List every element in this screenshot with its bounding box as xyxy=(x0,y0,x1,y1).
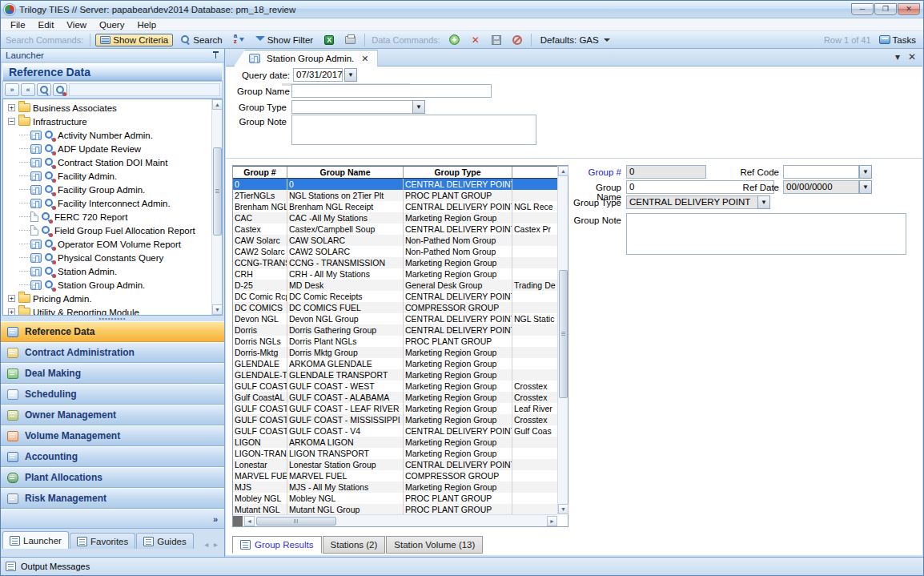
grid-row-0[interactable]: 00CENTRAL DELIVERY POINT xyxy=(233,179,557,190)
tree-item-activity-number-admin[interactable]: Activity Number Admin. xyxy=(3,128,211,142)
save-button[interactable] xyxy=(488,34,505,46)
grid-row-mjs[interactable]: MJSMJS - All My StationsMarketing Region… xyxy=(233,481,557,493)
tree-item-business-associates[interactable]: +Business Associates xyxy=(3,101,211,115)
accordion-scheduling[interactable]: Scheduling xyxy=(1,384,224,405)
grid-row-dc-comic-rcp[interactable]: DC Comic RcpDC Comic ReceiptsCENTRAL DEL… xyxy=(233,291,557,302)
tree-item-operator-eom-volume-report[interactable]: Operator EOM Volume Report xyxy=(3,237,211,251)
tab-guides[interactable]: Guides xyxy=(136,533,193,549)
grid-row-gulf-coast[interactable]: GULF COASTGULF COAST - WESTMarketing Reg… xyxy=(233,381,557,392)
tab-launcher[interactable]: Launcher xyxy=(2,531,69,549)
export-excel-button[interactable]: X xyxy=(320,34,338,46)
pin-icon[interactable] xyxy=(212,50,219,60)
grid-row-ligon-tran[interactable]: LIGON-TRANLIGON TRANSPORTMarketing Regio… xyxy=(233,448,557,459)
expand-icon[interactable]: + xyxy=(8,104,15,111)
cancel-button[interactable] xyxy=(508,34,526,46)
sort-button[interactable] xyxy=(230,34,248,46)
tree-item-physical-constants-query[interactable]: Physical Constants Query xyxy=(3,251,211,264)
expand-all-button[interactable]: » xyxy=(5,83,19,96)
group-type-select[interactable] xyxy=(291,100,413,114)
grid-row-brenham-ngl[interactable]: Brenham NGLBrenham NGL ReceiptCENTRAL DE… xyxy=(233,201,557,212)
accordion-reference-data[interactable]: Reference Data xyxy=(1,321,224,342)
grid-row-mobley-ngl[interactable]: Mobley NGLMobley NGLPROC PLANT GROUP xyxy=(233,493,557,504)
show-filter-button[interactable]: Show Filter xyxy=(251,34,318,46)
tree-item-adf-update-review[interactable]: ADF Update Review xyxy=(3,142,211,155)
grid-row-dc-comics[interactable]: DC COMICSDC COMICS FUELCOMPRESSOR GROUP xyxy=(233,302,557,313)
restore-button[interactable]: ❐ xyxy=(874,3,897,15)
grid-row-gulf-coastal[interactable]: Gulf CoastALGULF COAST - ALABAMAMarketin… xyxy=(233,392,557,403)
overflow-chevron-button[interactable]: » xyxy=(213,514,218,524)
tree-item-station-admin[interactable]: Station Admin. xyxy=(3,264,211,278)
grid-row-marvel-fuel[interactable]: MARVEL FUELMARVEL FUELCOMPRESSOR GROUP xyxy=(233,470,557,481)
menu-query[interactable]: Query xyxy=(93,19,131,30)
tree-item-ferc-720-report[interactable]: FERC 720 Report xyxy=(3,210,211,224)
tree-item-infrastructure[interactable]: −Infrastructure xyxy=(3,115,211,128)
menu-view[interactable]: View xyxy=(60,19,93,30)
grid-row-devon-ngl[interactable]: Devon NGLDevon NGL GroupCENTRAL DELIVERY… xyxy=(233,313,557,324)
grid-column-header-group-type[interactable]: Group Type xyxy=(404,167,512,178)
accordion-plant-allocations[interactable]: Plant Allocations xyxy=(1,467,224,488)
grid-column-header-group[interactable]: Group # xyxy=(233,167,287,178)
grid-row-gulf-coastl[interactable]: GULF COASTLGULF COAST - LEAF RIVERMarket… xyxy=(233,403,557,414)
tree-item-field-group-fuel-allocation-report[interactable]: Field Group Fuel Allocation Report xyxy=(3,224,211,237)
grid-row-mutant-ngl[interactable]: Mutant NGLMutant NGL GroupPROC PLANT GRO… xyxy=(233,504,557,514)
show-criteria-button[interactable]: Show Criteria xyxy=(95,34,173,46)
grid-row-2tierngls[interactable]: 2TierNGLsNGL Stations on 2Tier PltPROC P… xyxy=(233,190,557,201)
accordion-risk-management[interactable]: Risk Management xyxy=(1,488,224,509)
grid-row-glendale[interactable]: GLENDALEARKOMA GLENDALEMarketing Region … xyxy=(233,358,557,369)
scroll-thumb[interactable] xyxy=(213,147,222,236)
print-button[interactable] xyxy=(341,35,360,45)
tab-group-results[interactable]: Group Results xyxy=(232,536,322,554)
grid-column-header-group-name[interactable]: Group Name xyxy=(287,167,404,178)
grid-row-d-25[interactable]: D-25MD DeskGeneral Desk GroupTrading De xyxy=(233,280,557,291)
grid-row-dorris-mktg[interactable]: Dorris-MktgDorris Mktg GroupMarketing Re… xyxy=(233,347,557,358)
grid-row-gulf-coastv[interactable]: GULF COASTVGULF COAST - V4CENTRAL DELIVE… xyxy=(233,425,557,437)
accordion-accounting[interactable]: Accounting xyxy=(1,446,224,467)
tab-close-icon[interactable]: ✕ xyxy=(361,54,368,64)
close-button[interactable]: ✕ xyxy=(898,3,920,15)
accordion-owner-management[interactable]: Owner Management xyxy=(1,405,224,425)
tab-station-group-admin[interactable]: Station Group Admin. ✕ xyxy=(234,50,378,66)
menu-file[interactable]: File xyxy=(4,19,32,30)
menu-edit[interactable]: Edit xyxy=(32,19,61,30)
grid-row-caw-solarc[interactable]: CAW SolarcCAW SOLARCNon-Pathed Nom Group xyxy=(233,235,557,246)
accordion-contract-administration[interactable]: Contract Administration xyxy=(1,342,224,363)
output-messages-label[interactable]: Output Messages xyxy=(21,562,90,571)
scroll-down-button[interactable]: ▼ xyxy=(212,304,223,315)
grid-row-dorris[interactable]: DorrisDorris Gathering GroupCENTRAL DELI… xyxy=(233,324,557,336)
collapse-icon[interactable]: − xyxy=(8,118,15,125)
detail-group-type-dropdown-button[interactable]: ▼ xyxy=(757,195,770,209)
defaults-dropdown[interactable]: Defaults: GAS xyxy=(536,34,614,46)
expand-icon[interactable]: + xyxy=(8,295,15,302)
tree-item-station-group-admin[interactable]: Station Group Admin. xyxy=(3,278,211,292)
scroll-left-button[interactable]: ◄ xyxy=(244,516,255,526)
grid-row-lonestar[interactable]: LonestarLonestar Station GroupCENTRAL DE… xyxy=(233,459,557,470)
tab-strip-close-icon[interactable]: ✕ xyxy=(908,51,916,62)
grid-vertical-scrollbar[interactable]: ▲ ▼ xyxy=(557,166,568,514)
tab-list-dropdown-icon[interactable]: ▾ xyxy=(895,51,900,62)
grid-row-glendale-tr[interactable]: GLENDALE-TRGLENDALE TRANSPORTMarketing R… xyxy=(233,369,557,381)
tree-item-facility-interconnect-admin[interactable]: Facility Interconnect Admin. xyxy=(3,196,211,210)
delete-row-button[interactable]: ✕ xyxy=(467,34,484,46)
scroll-down-button[interactable]: ▼ xyxy=(558,504,568,514)
tasks-button[interactable]: Tasks xyxy=(875,34,920,46)
scroll-thumb[interactable] xyxy=(559,270,568,398)
tab-stations-2[interactable]: Stations (2) xyxy=(323,536,386,554)
search-button[interactable]: Search xyxy=(176,34,226,46)
menu-help[interactable]: Help xyxy=(131,19,163,30)
detail-group-type-select[interactable]: CENTRAL DELIVERY POINT xyxy=(626,195,758,209)
grid-row-caw2-solarc[interactable]: CAW2 SolarcCAW2 SOLARCNon-Pathed Nom Gro… xyxy=(233,246,557,257)
panel-splitter[interactable]: ••••••••• xyxy=(1,316,224,321)
grid-row-gulf-coastn[interactable]: GULF COASTNGULF COAST - MISSISSIPPIMarke… xyxy=(233,414,557,425)
tab-favorites[interactable]: Favorites xyxy=(70,533,135,549)
grid-row-crh[interactable]: CRHCRH - All My StationsMarketing Region… xyxy=(233,268,557,280)
tree-item-contract-station-doi-maint[interactable]: Contract Station DOI Maint xyxy=(3,155,211,169)
find-clear-button[interactable] xyxy=(53,83,67,96)
tree-item-pricing-admin[interactable]: +Pricing Admin. xyxy=(3,292,211,305)
scroll-up-button[interactable]: ▲ xyxy=(212,99,223,110)
tree-item-facility-admin[interactable]: Facility Admin. xyxy=(3,169,211,183)
tab-scroll-arrows[interactable]: ◂ ▸ xyxy=(204,540,224,549)
add-row-button[interactable]: + xyxy=(445,34,464,46)
group-name-input[interactable] xyxy=(291,84,492,98)
minimize-button[interactable]: ─ xyxy=(851,3,874,15)
grid-row-cac[interactable]: CACCAC -All My StationsMarketing Region … xyxy=(233,212,557,224)
